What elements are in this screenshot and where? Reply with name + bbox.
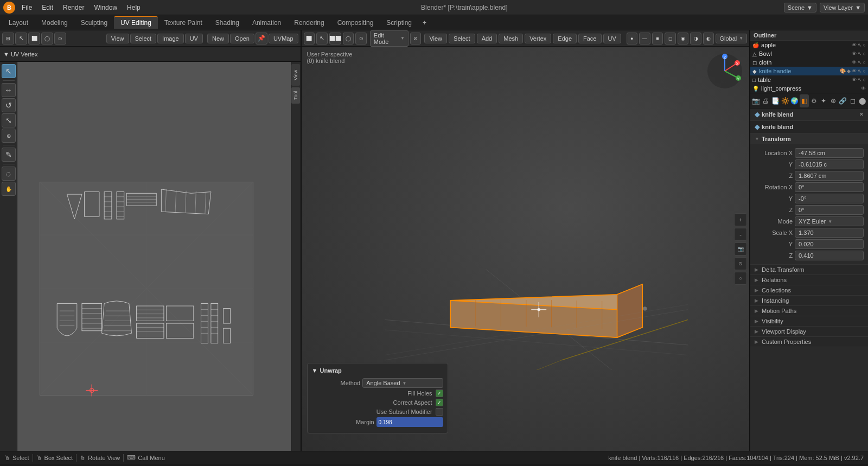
cursor-select-tool[interactable]: ↖ bbox=[2, 64, 16, 78]
add-workspace-btn[interactable]: + bbox=[418, 17, 431, 29]
prop-data-icon[interactable]: ◻ bbox=[848, 94, 857, 107]
kh-icon2[interactable]: ◆ bbox=[847, 68, 851, 74]
prop-particles-icon[interactable]: ✦ bbox=[819, 94, 828, 107]
prop-view-layer-icon[interactable]: 📑 bbox=[771, 94, 780, 107]
image-menu[interactable]: Image bbox=[157, 34, 184, 43]
tab-texture-paint[interactable]: Texture Paint bbox=[158, 17, 209, 29]
vp-snap[interactable]: ⊙ bbox=[355, 33, 367, 44]
open-btn[interactable]: Open bbox=[230, 34, 254, 43]
solid-shading[interactable]: ◉ bbox=[678, 33, 689, 44]
tab-compositing[interactable]: Compositing bbox=[331, 17, 380, 29]
cloth-render-icon[interactable]: ○ bbox=[863, 60, 866, 65]
prop-modifier-icon[interactable]: ⚙ bbox=[809, 94, 819, 107]
prop-world-icon[interactable]: 🌍 bbox=[790, 94, 799, 107]
view-layer-selector[interactable]: View Layer ▼ bbox=[820, 3, 865, 12]
kh-select-icon[interactable]: ↖ bbox=[858, 68, 862, 74]
annotate-tool[interactable]: ✎ bbox=[2, 148, 16, 162]
scale-y-value[interactable]: 0.020 bbox=[795, 239, 864, 249]
kh-icon1[interactable]: 🎨 bbox=[840, 68, 846, 74]
tab-animation[interactable]: Animation bbox=[246, 17, 288, 29]
outliner-item-bowl[interactable]: △ Bowl 👁 ↖ ○ bbox=[750, 49, 868, 58]
view-tab[interactable]: View bbox=[291, 64, 300, 86]
loc-z-value[interactable]: 1.8607 cm bbox=[795, 171, 864, 181]
rendered-shading[interactable]: ◐ bbox=[703, 33, 714, 44]
vp-zoom-in[interactable]: + bbox=[734, 213, 747, 226]
rotate-tool[interactable]: ↺ bbox=[2, 98, 16, 112]
light-eye-icon[interactable]: 👁 bbox=[861, 86, 866, 91]
view-menu[interactable]: View bbox=[106, 34, 129, 43]
vp-camera-view[interactable]: 📷 bbox=[734, 242, 747, 256]
rot-y-value[interactable]: -0° bbox=[795, 194, 864, 203]
uv-menu[interactable]: UV bbox=[185, 34, 203, 43]
new-btn[interactable]: New bbox=[207, 34, 229, 43]
viewport-display-section[interactable]: ▶ Viewport Display bbox=[750, 327, 868, 337]
vp-add-menu[interactable]: Add bbox=[477, 34, 497, 43]
menu-render[interactable]: Render bbox=[59, 3, 88, 12]
rot-z-value[interactable]: 0° bbox=[795, 205, 864, 215]
tool-tab[interactable]: Tool bbox=[291, 87, 300, 104]
material-shading[interactable]: ◑ bbox=[690, 33, 701, 44]
correct-aspect-checkbox[interactable] bbox=[436, 399, 443, 406]
unwrap-collapse-icon[interactable]: ▼ bbox=[312, 367, 318, 374]
vp-render-preview[interactable]: ○ bbox=[734, 272, 747, 285]
vp-select-menu[interactable]: Select bbox=[449, 34, 475, 43]
tab-modeling[interactable]: Modeling bbox=[35, 17, 74, 29]
menu-help[interactable]: Help bbox=[123, 3, 145, 12]
select-menu[interactable]: Select bbox=[130, 34, 157, 43]
vp-overlay[interactable]: ⊘ bbox=[410, 33, 422, 44]
margin-slider[interactable]: 0.198 bbox=[376, 417, 443, 427]
tab-layout[interactable]: Layout bbox=[2, 17, 35, 29]
uv-proportional[interactable]: ◯ bbox=[41, 33, 53, 44]
vp-local-view[interactable]: ⊙ bbox=[734, 257, 747, 270]
cloth-eye-icon[interactable]: 👁 bbox=[852, 60, 857, 65]
apple-eye-icon[interactable]: 👁 bbox=[852, 42, 857, 48]
rip-tool[interactable]: ◌ bbox=[2, 167, 16, 181]
tab-shading[interactable]: Shading bbox=[209, 17, 246, 29]
menu-window[interactable]: Window bbox=[90, 3, 122, 12]
scale-z-value[interactable]: 0.410 bbox=[795, 251, 864, 260]
prop-material-icon[interactable]: ⬤ bbox=[858, 94, 867, 107]
edit-mode-dropdown[interactable]: Edit Mode ▼ bbox=[370, 30, 409, 47]
tab-sculpting[interactable]: Sculpting bbox=[74, 17, 114, 29]
transform-tool[interactable]: ⊕ bbox=[2, 129, 16, 143]
bowl-select-icon[interactable]: ↖ bbox=[858, 51, 862, 56]
outliner-item-apple[interactable]: 🍎 apple 👁 ↖ ○ bbox=[750, 41, 868, 49]
menu-edit[interactable]: Edit bbox=[37, 3, 58, 12]
loc-x-value[interactable]: -47.58 cm bbox=[795, 148, 864, 158]
vp-proportional-edit[interactable]: ◯ bbox=[343, 33, 354, 44]
vp-select-modes[interactable]: ⬜⬜ bbox=[329, 33, 341, 44]
cursor-tool[interactable]: ↖ bbox=[15, 33, 27, 44]
vp-vertex-menu[interactable]: Vertex bbox=[525, 34, 551, 43]
prop-physics-icon[interactable]: ⊕ bbox=[829, 94, 838, 107]
apple-select-icon[interactable]: ↖ bbox=[858, 42, 862, 48]
bowl-render-icon[interactable]: ○ bbox=[863, 51, 866, 56]
custom-properties-section[interactable]: ▶ Custom Properties bbox=[750, 337, 868, 347]
kh-eye-icon[interactable]: 👁 bbox=[852, 68, 857, 74]
uv-snap[interactable]: ⊙ bbox=[54, 33, 66, 44]
transform-header[interactable]: ▼ Transform bbox=[750, 133, 868, 144]
prop-output-icon[interactable]: 🖨 bbox=[761, 94, 770, 107]
scale-tool[interactable]: ⤡ bbox=[2, 113, 16, 127]
visibility-section[interactable]: ▶ Visibility bbox=[750, 316, 868, 327]
scene-selector[interactable]: Scene ▼ bbox=[784, 3, 816, 12]
move-tool[interactable]: ↔ bbox=[2, 83, 16, 97]
bowl-eye-icon[interactable]: 👁 bbox=[852, 51, 857, 56]
prop-object-icon[interactable]: ◧ bbox=[800, 94, 809, 107]
method-dropdown[interactable]: Angle Based ▼ bbox=[362, 378, 443, 388]
table-select-icon[interactable]: ↖ bbox=[858, 77, 862, 82]
use-subsurf-checkbox[interactable] bbox=[436, 408, 443, 416]
apple-render-icon[interactable]: ○ bbox=[863, 42, 866, 48]
wire-shading[interactable]: ◻ bbox=[665, 33, 676, 44]
uv-editor-modes[interactable]: ⊞ bbox=[2, 33, 14, 44]
fill-holes-checkbox[interactable] bbox=[436, 390, 443, 397]
mode-value[interactable]: XYZ Euler ▼ bbox=[795, 216, 864, 226]
motion-paths-section[interactable]: ▶ Motion Paths bbox=[750, 306, 868, 316]
tab-uv-editing[interactable]: UV Editing bbox=[114, 16, 158, 29]
vp-face-menu[interactable]: Face bbox=[578, 34, 601, 43]
cloth-select-icon[interactable]: ↖ bbox=[858, 60, 862, 65]
vp-zoom-out[interactable]: - bbox=[734, 228, 747, 241]
uv-viewport[interactable]: View Tool bbox=[17, 62, 301, 451]
vertex-mode-btn[interactable]: ● bbox=[627, 33, 638, 44]
scale-x-value[interactable]: 1.370 bbox=[795, 228, 864, 238]
prop-scene-icon[interactable]: 🔆 bbox=[781, 94, 790, 107]
